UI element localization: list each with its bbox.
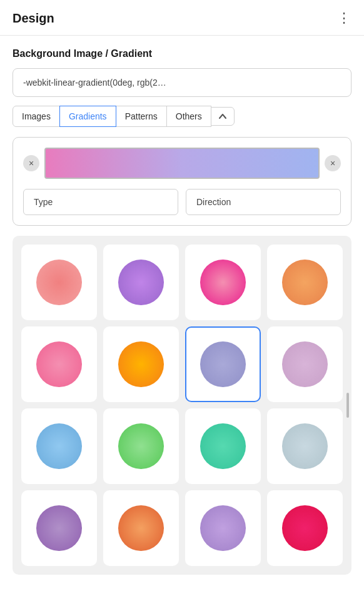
preset-card[interactable]	[21, 490, 97, 566]
preset-card[interactable]	[185, 490, 261, 566]
preset-card[interactable]	[103, 408, 179, 484]
close-left-button[interactable]: ×	[23, 155, 39, 171]
preset-card[interactable]	[267, 326, 343, 402]
preset-card[interactable]	[185, 245, 261, 320]
direction-button[interactable]: Direction	[186, 189, 341, 215]
type-direction-row: Type Direction	[23, 189, 341, 215]
preset-circle	[118, 260, 164, 305]
tab-others[interactable]: Others	[166, 106, 211, 127]
type-button[interactable]: Type	[23, 189, 178, 215]
preset-card[interactable]	[21, 326, 97, 402]
header: Design ⋮	[0, 0, 364, 36]
preset-card[interactable]	[21, 245, 97, 320]
preset-circle	[36, 260, 82, 305]
preset-circle	[200, 260, 246, 305]
preset-circle	[200, 505, 246, 551]
tab-images[interactable]: Images	[13, 106, 60, 127]
preset-card[interactable]	[103, 245, 179, 320]
preset-card[interactable]	[267, 408, 343, 484]
preset-circle	[200, 341, 246, 387]
preset-circle	[282, 423, 328, 469]
chevron-up-icon	[218, 111, 228, 121]
close-right-button[interactable]: ×	[325, 155, 341, 171]
preset-circle	[118, 423, 164, 469]
preset-card[interactable]	[185, 326, 261, 402]
scrollbar	[346, 393, 349, 418]
tabs-collapse-button[interactable]	[211, 107, 235, 126]
gradient-preview-row: × ×	[23, 148, 341, 179]
preset-circle	[282, 505, 328, 551]
preset-circle	[200, 423, 246, 469]
preset-circle	[282, 341, 328, 387]
more-options-button[interactable]: ⋮	[337, 10, 351, 26]
tabs-row: Images Gradients Patterns Others	[13, 106, 351, 127]
presets-grid-wrapper	[13, 236, 351, 575]
gradient-bar[interactable]	[44, 148, 320, 179]
preset-circle	[118, 341, 164, 387]
main-section: Background Image / Gradient -webkit-line…	[0, 36, 364, 575]
preset-circle	[36, 341, 82, 387]
preset-circle	[36, 423, 82, 469]
section-title: Background Image / Gradient	[13, 48, 351, 59]
preset-circle	[36, 505, 82, 551]
presets-grid	[21, 245, 343, 566]
gradient-panel: × × Type Direction	[13, 137, 351, 226]
preset-card[interactable]	[103, 490, 179, 566]
preset-circle	[118, 505, 164, 551]
preset-card[interactable]	[185, 408, 261, 484]
preset-circle	[282, 260, 328, 305]
gradient-input[interactable]: -webkit-linear-gradient(0deg, rgb(2…	[13, 68, 351, 97]
preset-card[interactable]	[267, 490, 343, 566]
tab-gradients[interactable]: Gradients	[59, 106, 116, 127]
preset-card[interactable]	[267, 245, 343, 320]
preset-card[interactable]	[21, 408, 97, 484]
preset-card[interactable]	[103, 326, 179, 402]
tab-patterns[interactable]: Patterns	[116, 106, 167, 127]
page-title: Design	[13, 11, 54, 26]
